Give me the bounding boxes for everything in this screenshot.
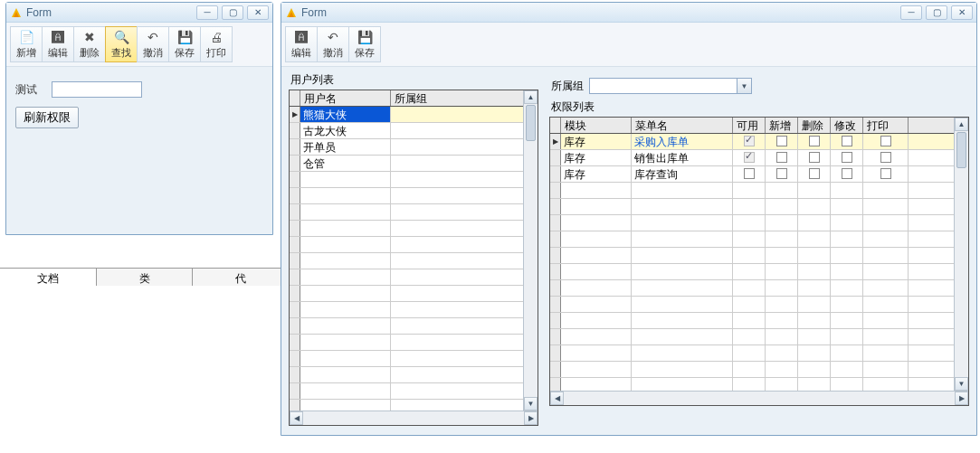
cell-mod[interactable] — [831, 166, 863, 182]
table-row[interactable]: 库存销售出库单 — [550, 150, 968, 166]
cell-module[interactable] — [561, 264, 632, 279]
cell-module[interactable] — [561, 231, 632, 247]
new-button[interactable]: 📄新增 — [10, 26, 43, 62]
cell-menu[interactable] — [632, 362, 733, 377]
table-row[interactable] — [290, 318, 538, 335]
cell-mod[interactable] — [831, 215, 863, 231]
cell-mod[interactable] — [831, 183, 863, 198]
scroll-up-icon[interactable]: ▲ — [524, 90, 538, 104]
refresh-permissions-button[interactable]: 刷新权限 — [15, 107, 79, 128]
cell-avail[interactable] — [733, 362, 766, 377]
cell-del[interactable] — [798, 231, 831, 247]
cell-menu[interactable] — [632, 313, 733, 328]
cell-avail[interactable] — [733, 329, 766, 344]
cell-module[interactable] — [561, 215, 632, 231]
cell-mod[interactable] — [831, 264, 863, 279]
cell-avail[interactable] — [733, 215, 766, 231]
cell-menu[interactable]: 销售出库单 — [632, 150, 733, 165]
cell-username[interactable] — [300, 383, 391, 399]
table-row[interactable] — [290, 383, 538, 400]
table-row[interactable] — [290, 188, 538, 204]
col-del[interactable]: 删除 — [798, 118, 831, 133]
undo-button[interactable]: ↶撤消 — [317, 26, 349, 62]
cell-avail[interactable] — [733, 166, 766, 182]
group-combo[interactable]: ▼ — [589, 78, 752, 94]
cell-mod[interactable] — [831, 313, 863, 328]
cell-avail[interactable] — [733, 134, 766, 149]
cell-del[interactable] — [798, 215, 831, 231]
cell-new[interactable] — [766, 150, 798, 165]
table-row[interactable] — [550, 183, 968, 199]
horizontal-scrollbar[interactable]: ◀ ▶ — [290, 411, 538, 425]
cell-group[interactable] — [391, 204, 538, 220]
col-mod[interactable]: 修改 — [831, 118, 863, 133]
cell-module[interactable]: 库存 — [561, 150, 632, 165]
cell-menu[interactable]: 库存查询 — [632, 166, 733, 182]
cell-group[interactable] — [391, 253, 538, 269]
col-avail[interactable]: 可用 — [733, 118, 766, 133]
cell-new[interactable] — [766, 280, 798, 296]
cell-mod[interactable] — [831, 199, 863, 214]
table-row[interactable] — [290, 335, 538, 351]
table-row[interactable] — [550, 280, 968, 297]
checkbox[interactable] — [776, 152, 787, 163]
maximize-button[interactable]: ▢ — [926, 5, 947, 20]
checkbox[interactable] — [776, 168, 787, 179]
minimize-button[interactable]: ─ — [900, 5, 922, 20]
cell-mod[interactable] — [831, 150, 863, 165]
cell-username[interactable] — [300, 367, 391, 382]
cell-avail[interactable] — [733, 345, 766, 361]
cell-username[interactable] — [300, 237, 391, 252]
cell-group[interactable] — [391, 188, 538, 203]
checkbox[interactable] — [744, 152, 755, 163]
scroll-right-icon[interactable]: ▶ — [524, 411, 538, 425]
titlebar[interactable]: Form ─ ▢ ✕ — [6, 3, 272, 23]
cell-module[interactable] — [561, 248, 632, 263]
cell-group[interactable] — [391, 237, 538, 252]
cell-new[interactable] — [766, 345, 798, 361]
test-input[interactable] — [52, 81, 142, 98]
cell-del[interactable] — [798, 248, 831, 263]
cell-del[interactable] — [798, 362, 831, 377]
cell-print[interactable] — [863, 134, 909, 149]
search-button[interactable]: 🔍查找 — [105, 26, 138, 62]
cell-new[interactable] — [766, 329, 798, 344]
cell-del[interactable] — [798, 313, 831, 328]
cell-group[interactable] — [391, 139, 538, 155]
col-new[interactable]: 新增 — [766, 118, 798, 133]
table-row[interactable] — [290, 286, 538, 302]
cell-del[interactable] — [798, 280, 831, 296]
cell-module[interactable]: 库存 — [561, 134, 632, 149]
cell-avail[interactable] — [733, 199, 766, 214]
maximize-button[interactable]: ▢ — [222, 5, 243, 20]
scroll-thumb[interactable] — [956, 132, 966, 168]
cell-menu[interactable] — [632, 248, 733, 263]
cell-print[interactable] — [863, 150, 909, 165]
table-row[interactable] — [550, 345, 968, 362]
cell-menu[interactable] — [632, 199, 733, 214]
scroll-up-icon[interactable]: ▲ — [955, 118, 968, 131]
cell-group[interactable] — [391, 367, 538, 382]
cell-module[interactable] — [561, 362, 632, 377]
cell-username[interactable]: 古龙大侠 — [300, 123, 391, 138]
cell-del[interactable] — [798, 329, 831, 344]
edit-button[interactable]: 🅰编辑 — [285, 26, 318, 62]
cell-avail[interactable] — [733, 248, 766, 263]
cell-menu[interactable] — [632, 329, 733, 344]
scroll-left-icon[interactable]: ◀ — [550, 392, 564, 405]
col-print[interactable]: 打印 — [863, 118, 909, 133]
cell-username[interactable] — [300, 172, 391, 187]
cell-print[interactable] — [863, 166, 909, 182]
cell-username[interactable]: 开单员 — [300, 139, 391, 155]
cell-username[interactable]: 仓管 — [300, 156, 391, 171]
cell-avail[interactable] — [733, 313, 766, 328]
cell-module[interactable] — [561, 297, 632, 312]
col-menu[interactable]: 菜单名 — [632, 118, 733, 133]
cell-menu[interactable] — [632, 264, 733, 279]
cell-del[interactable] — [798, 166, 831, 182]
cell-mod[interactable] — [831, 329, 863, 344]
table-row[interactable] — [290, 302, 538, 318]
cell-menu[interactable] — [632, 297, 733, 312]
cell-new[interactable] — [766, 248, 798, 263]
cell-del[interactable] — [798, 345, 831, 361]
